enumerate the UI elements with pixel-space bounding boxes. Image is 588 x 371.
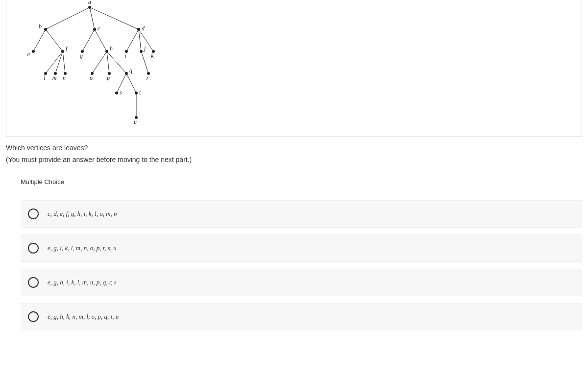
svg-line-15 (107, 51, 126, 73)
option-d[interactable]: e, g, h, k, n, m, l, o, p, q, i, u (21, 303, 582, 330)
svg-point-26 (137, 28, 140, 31)
svg-line-11 (55, 51, 63, 73)
radio-icon (28, 243, 39, 254)
question-text: Which vertices are leaves? (6, 144, 588, 152)
svg-line-13 (92, 51, 107, 73)
svg-text:o: o (90, 74, 93, 81)
svg-point-30 (61, 50, 64, 53)
instruction-text: (You must provide an answer before movin… (6, 156, 588, 163)
svg-line-10 (46, 51, 63, 73)
svg-point-52 (125, 72, 128, 75)
svg-text:r: r (147, 74, 149, 81)
svg-text:t: t (139, 89, 141, 96)
svg-text:m: m (52, 74, 57, 81)
option-text: e, g, h, k, n, m, l, o, p, q, i, u (48, 313, 119, 321)
svg-text:n: n (63, 74, 66, 81)
option-text: e, g, i, k, l, m, n, o, p, r, s, u (48, 244, 117, 252)
option-text: c, d, e, f, g, h, i, k, l, o, m, n (48, 210, 117, 218)
radio-icon (28, 277, 39, 288)
svg-text:s: s (120, 89, 122, 96)
svg-text:p: p (106, 74, 110, 81)
svg-text:f: f (66, 45, 68, 52)
tree-diagram: a b c d e f g h i j k l m n o p q (6, 0, 202, 137)
svg-text:q: q (129, 67, 132, 74)
svg-point-38 (140, 50, 143, 53)
svg-line-16 (141, 51, 148, 73)
svg-point-56 (115, 92, 118, 94)
radio-icon (28, 209, 39, 219)
svg-line-18 (126, 73, 136, 93)
svg-text:u: u (134, 118, 137, 125)
svg-point-58 (135, 92, 138, 94)
svg-text:e: e (27, 51, 30, 58)
svg-line-1 (90, 7, 95, 29)
svg-point-20 (88, 6, 91, 9)
multiple-choice-label: Multiple Choice (21, 178, 588, 186)
svg-text:k: k (151, 52, 154, 59)
svg-line-2 (90, 7, 139, 29)
svg-line-3 (33, 29, 46, 51)
svg-text:j: j (143, 45, 146, 52)
svg-text:b: b (39, 23, 42, 30)
svg-text:g: g (80, 52, 83, 59)
svg-line-4 (46, 29, 63, 51)
svg-text:h: h (110, 45, 113, 52)
svg-point-22 (44, 28, 47, 31)
option-text: e, g, h, i, k, l, m, n, p, q, r, s (48, 278, 117, 286)
svg-line-7 (126, 29, 139, 51)
svg-line-6 (95, 29, 107, 51)
svg-point-24 (93, 28, 96, 31)
tree-diagram-box: a b c d e f g h i j k l m n o p q (6, 0, 582, 137)
radio-icon (28, 311, 39, 322)
svg-line-12 (63, 51, 65, 73)
svg-line-5 (82, 29, 95, 51)
option-a[interactable]: c, d, e, f, g, h, i, k, l, o, m, n (21, 200, 582, 228)
svg-text:d: d (142, 25, 145, 32)
option-c[interactable]: e, g, h, i, k, l, m, n, p, q, r, s (21, 269, 582, 296)
svg-line-0 (46, 7, 90, 29)
svg-text:i: i (124, 52, 126, 59)
svg-line-14 (107, 51, 109, 73)
option-b[interactable]: e, g, i, k, l, m, n, o, p, r, s, u (21, 234, 582, 262)
svg-point-28 (32, 50, 35, 53)
svg-text:l: l (44, 74, 46, 81)
svg-text:c: c (98, 25, 100, 32)
svg-text:a: a (88, 0, 91, 5)
svg-point-34 (105, 50, 108, 53)
